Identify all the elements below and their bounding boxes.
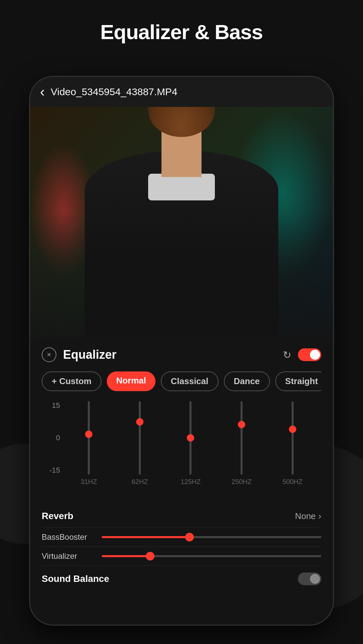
reverb-row[interactable]: Reverb None › bbox=[42, 505, 321, 528]
eq-toggle[interactable] bbox=[298, 348, 321, 361]
eq-sliders-container: 15 0 -15 31HZ 62HZ bbox=[42, 401, 321, 495]
eq-band-125hz-label: 125HZ bbox=[180, 478, 201, 486]
eq-refresh-button[interactable]: ↻ bbox=[283, 349, 291, 361]
phone-header: ‹ Video_5345954_43887.MP4 bbox=[30, 77, 333, 107]
preset-tab-dance[interactable]: Dance bbox=[224, 371, 270, 391]
eq-close-button[interactable]: × bbox=[42, 347, 56, 362]
eq-band-250hz-label: 250HZ bbox=[232, 478, 252, 486]
eq-label-neg15: -15 bbox=[45, 466, 60, 475]
virtualizer-track[interactable] bbox=[102, 555, 321, 557]
header-filename: Video_5345954_43887.MP4 bbox=[51, 86, 177, 98]
eq-label-0: 0 bbox=[45, 434, 60, 442]
sound-balance-toggle-knob bbox=[310, 574, 320, 584]
eq-band-250hz: 250HZ bbox=[216, 401, 267, 495]
eq-band-125hz-track[interactable] bbox=[190, 401, 192, 475]
preset-tab-normal[interactable]: Normal bbox=[107, 371, 155, 391]
eq-band-500hz-label: 500HZ bbox=[283, 478, 303, 486]
preset-tabs: + Custom Normal Classical Dance Straight bbox=[42, 371, 321, 391]
eq-band-31hz-track[interactable] bbox=[88, 401, 90, 475]
eq-band-31hz-thumb[interactable] bbox=[85, 431, 92, 438]
preset-tab-classical[interactable]: Classical bbox=[161, 371, 219, 391]
phone-frame: ‹ Video_5345954_43887.MP4 × Equalizer ↻ … bbox=[30, 77, 333, 625]
video-overlay bbox=[30, 77, 333, 351]
eq-label-15: 15 bbox=[45, 401, 60, 410]
virtualizer-label: Virtualizer bbox=[42, 551, 102, 561]
eq-y-labels: 15 0 -15 bbox=[45, 401, 63, 475]
page-title: Equalizer & Bass bbox=[0, 20, 363, 44]
reverb-chevron-icon: › bbox=[318, 511, 321, 521]
eq-band-500hz-track[interactable] bbox=[292, 401, 294, 475]
eq-band-500hz-thumb[interactable] bbox=[289, 426, 296, 433]
eq-band-31hz: 31HZ bbox=[63, 401, 114, 495]
eq-header: × Equalizer ↻ bbox=[42, 347, 321, 362]
eq-band-62hz-thumb[interactable] bbox=[136, 418, 143, 426]
preset-tab-custom[interactable]: + Custom bbox=[42, 371, 101, 391]
bottom-panel: × Equalizer ↻ + Custom Normal Classical … bbox=[30, 337, 333, 625]
back-button[interactable]: ‹ bbox=[40, 84, 45, 100]
bass-booster-thumb[interactable] bbox=[185, 533, 194, 541]
bass-booster-row: BassBooster bbox=[42, 528, 321, 547]
sound-balance-row: Sound Balance bbox=[42, 566, 321, 592]
video-area: ‹ Video_5345954_43887.MP4 bbox=[30, 77, 333, 351]
bass-booster-label: BassBooster bbox=[42, 532, 102, 542]
eq-band-125hz: 125HZ bbox=[165, 401, 216, 495]
eq-band-125hz-thumb[interactable] bbox=[187, 434, 194, 442]
reverb-value: None bbox=[295, 511, 316, 521]
eq-band-250hz-track[interactable] bbox=[241, 401, 243, 475]
virtualizer-thumb[interactable] bbox=[146, 552, 154, 560]
eq-band-62hz: 62HZ bbox=[114, 401, 165, 495]
virtualizer-row: Virtualizer bbox=[42, 547, 321, 566]
eq-toggle-knob bbox=[310, 350, 320, 360]
sound-balance-label: Sound Balance bbox=[42, 574, 298, 584]
preset-tab-straight[interactable]: Straight bbox=[275, 371, 321, 391]
eq-band-62hz-label: 62HZ bbox=[131, 478, 148, 486]
eq-title: Equalizer bbox=[63, 348, 283, 362]
sound-balance-toggle[interactable] bbox=[298, 573, 321, 585]
eq-band-500hz: 500HZ bbox=[267, 401, 318, 495]
eq-band-250hz-thumb[interactable] bbox=[238, 421, 245, 428]
bass-booster-track[interactable] bbox=[102, 536, 321, 538]
virtualizer-fill bbox=[102, 555, 150, 557]
bass-booster-fill bbox=[102, 536, 190, 538]
reverb-label: Reverb bbox=[42, 511, 295, 521]
eq-band-62hz-track[interactable] bbox=[139, 401, 141, 475]
eq-band-31hz-label: 31HZ bbox=[81, 478, 97, 486]
